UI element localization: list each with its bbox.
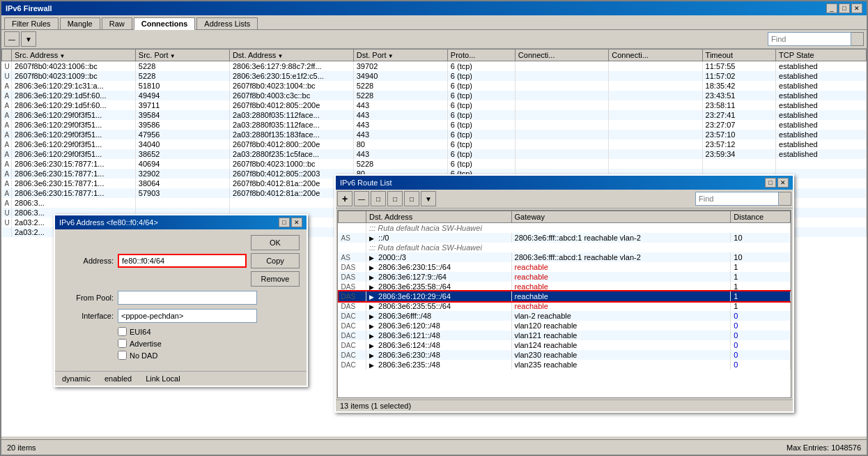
table-row[interactable]: A 2806:3e6:120:29f0f3f51... 47956 2a03:2…	[2, 130, 867, 139]
route-add-btn[interactable]: +	[337, 191, 352, 206]
list-item[interactable]: DAS ▶ 2806:3e6:235:58::/64 reachable 1	[339, 282, 791, 291]
maximize-button[interactable]: □	[839, 3, 850, 13]
minus-button[interactable]: —	[4, 31, 20, 47]
table-row[interactable]: A 2806:3e6:120:29f0f3f51... 39586 2a03:2…	[2, 120, 867, 130]
from-pool-row: From Pool:	[62, 291, 300, 305]
col-proto[interactable]: Proto...	[447, 50, 515, 61]
row-src: 2607f8b0:4023:1006::bc	[12, 61, 136, 72]
route-type: DAC	[339, 311, 366, 321]
remove-button[interactable]: Remove	[251, 271, 300, 287]
table-row[interactable]: A 2806:3e6:120:29f0f3f51... 34040 2607f8…	[2, 139, 867, 149]
table-row[interactable]: U 2607f8b0:4023:1006::bc 5228 2806:3e6:1…	[2, 61, 867, 72]
row-proto: 6 (tcp)	[447, 130, 515, 139]
table-row[interactable]: U 2607f8b0:4023:1009::bc 5228 2806:3e6:2…	[2, 71, 867, 81]
table-row[interactable]: A 2806:3e6:120:29:1d5f:60... 39711 2607f…	[2, 100, 867, 110]
col-src-address[interactable]: Src. Address	[12, 50, 136, 61]
route-gateway: vlan230 reachable	[511, 350, 731, 360]
row-src: 2806:3e6:230:15:7877:1...	[12, 169, 136, 178]
close-button[interactable]: ✕	[851, 3, 862, 13]
table-row[interactable]: A 2806:3e6:120:29:1d5f:60... 49494 2607f…	[2, 91, 867, 100]
col-conn1[interactable]: Connecti...	[515, 50, 608, 61]
route-remove-btn[interactable]: —	[354, 191, 369, 206]
no-dad-checkbox[interactable]	[118, 351, 127, 360]
list-item[interactable]: DAS ▶ 2806:3e6:120:29::/64 reachable 1	[339, 291, 791, 301]
route-type: AS	[339, 252, 366, 262]
route-find-input[interactable]	[695, 192, 779, 206]
col-tcp-state[interactable]: TCP State	[776, 50, 867, 61]
list-item[interactable]: AS ▶ 2000::/3 2806:3e6:fff::abcd:1 reach…	[339, 252, 791, 262]
list-item[interactable]: DAC ▶ 2806:3e6fff::/48 vlan-2 reachable …	[339, 311, 791, 321]
route-col-distance[interactable]: Distance	[731, 211, 791, 223]
tab-filter-rules[interactable]: Filter Rules	[4, 17, 59, 29]
row-src: 2607f8b0:4023:1009::bc	[12, 71, 136, 81]
ipv6-dialog-close[interactable]: ✕	[291, 218, 302, 227]
route-distance: 0	[731, 321, 791, 330]
filter-button[interactable]: ▼	[21, 31, 36, 47]
address-input[interactable]	[118, 254, 247, 268]
list-item[interactable]: DAS ▶ 2806:3e6:235:55::/64 reachable 1	[339, 301, 791, 311]
row-state: established	[776, 120, 867, 130]
copy-button[interactable]: Copy	[251, 253, 300, 268]
tab-address-lists[interactable]: Address Lists	[196, 17, 258, 29]
row-dst: 2a03:2880f135:183face...	[229, 130, 353, 139]
route-close[interactable]: ✕	[777, 178, 789, 188]
list-item[interactable]: DAC ▶ 2806:3e6:124::/48 vlan124 reachabl…	[339, 340, 791, 350]
row-src: 2806:3e6:230:15:7877:1...	[12, 178, 136, 188]
ok-button[interactable]: OK	[251, 235, 300, 250]
row-dst: 2a03:2880f035:112face...	[229, 110, 353, 120]
route-dst: ::: Ruta default hacia SW-Huawei	[366, 243, 791, 252]
list-item[interactable]: DAC ▶ 2806:3e6:121::/48 vlan121 reachabl…	[339, 330, 791, 340]
col-dst-port[interactable]: Dst. Port	[353, 50, 447, 61]
tab-connections[interactable]: Connections	[134, 17, 196, 30]
row-dport: 443	[353, 100, 447, 110]
list-item[interactable]: AS ▶ ::/0 2806:3e6:fff::abcd:1 reachable…	[339, 233, 791, 243]
col-dst-address[interactable]: Dst. Address	[229, 50, 353, 61]
row-dst: 2607f8b0:4012:800::200e	[229, 139, 353, 149]
tab-mangle[interactable]: Mangle	[60, 17, 100, 29]
route-sort-btn[interactable]: □	[404, 191, 419, 206]
table-row[interactable]: A 2806:3e6:120:29f0f3f51... 39584 2a03:2…	[2, 110, 867, 120]
row-src: 2806:3e6:120:29f0f3f51...	[12, 120, 136, 130]
list-item[interactable]: ::: Ruta default hacia SW-Huawei	[339, 243, 791, 252]
row-dst: 2806:3e6:230:15:e1f2:c5...	[229, 71, 353, 81]
col-timeout[interactable]: Timeout	[702, 50, 775, 61]
list-item[interactable]: DAC ▶ 2806:3e6:120::/48 vlan120 reachabl…	[339, 321, 791, 330]
route-filter-btn[interactable]: ▼	[421, 191, 436, 206]
table-row[interactable]: A 2806:3e6:120:29f0f3f51... 38652 2a03:2…	[2, 149, 867, 159]
minimize-button[interactable]: _	[826, 3, 837, 13]
list-item[interactable]: DAS ▶ 2806:3e6:127:9::/64 reachable 1	[339, 272, 791, 282]
find-input[interactable]	[768, 32, 851, 46]
table-row[interactable]: A 2806:3e6:120:29:1c31:a... 51810 2607f8…	[2, 81, 867, 91]
find-dropdown[interactable]	[851, 32, 864, 46]
route-find-dropdown[interactable]	[779, 192, 791, 206]
tab-raw[interactable]: Raw	[102, 17, 132, 29]
interface-input[interactable]	[118, 309, 257, 323]
list-item[interactable]: ::: Ruta default hacia SW-Huawei	[339, 223, 791, 234]
list-item[interactable]: DAC ▶ 2806:3e6:230::/48 vlan230 reachabl…	[339, 350, 791, 360]
route-col-type	[339, 211, 366, 223]
row-type: U	[2, 218, 12, 227]
row-src: 2806:3e6:120:29:1c31:a...	[12, 81, 136, 91]
eui64-checkbox[interactable]	[118, 327, 127, 336]
advertise-checkbox[interactable]	[118, 339, 127, 348]
from-pool-input[interactable]	[118, 291, 257, 305]
route-edit-btn[interactable]: □	[371, 191, 386, 206]
route-minimize[interactable]: □	[765, 178, 776, 188]
col-src-port[interactable]: Src. Port	[135, 50, 229, 61]
ipv6-dialog-resize[interactable]: □	[279, 218, 290, 227]
route-type: DAC	[339, 350, 366, 360]
row-state: established	[776, 130, 867, 139]
table-row[interactable]: A 2806:3e6:230:15:7877:1... 40694 2607f8…	[2, 159, 867, 169]
row-sport: 5228	[135, 71, 229, 81]
row-conn1	[515, 159, 608, 169]
route-gateway: reachable	[511, 262, 731, 272]
route-copy-btn[interactable]: □	[387, 191, 403, 206]
route-col-gateway[interactable]: Gateway	[511, 211, 731, 223]
list-item[interactable]: DAS ▶ 2806:3e6:230:15::/64 reachable 1	[339, 262, 791, 272]
list-item[interactable]: DAC ▶ 2806:3e6:235::/48 vlan235 reachabl…	[339, 360, 791, 370]
route-col-dst[interactable]: Dst. Address	[366, 211, 512, 223]
col-conn2[interactable]: Connecti...	[609, 50, 702, 61]
row-timeout: 11:57:02	[702, 71, 775, 81]
row-type: A	[2, 169, 12, 178]
col-type	[2, 50, 12, 61]
